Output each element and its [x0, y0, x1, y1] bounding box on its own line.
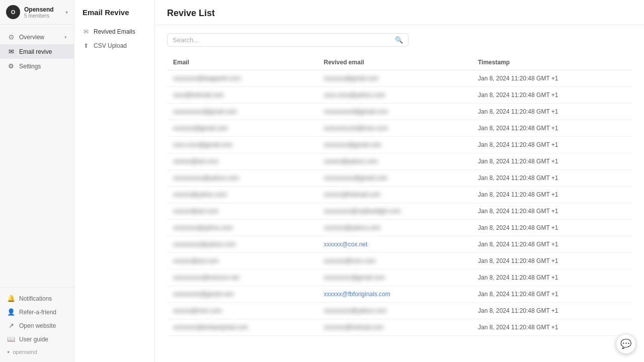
org-logo: O	[6, 5, 20, 19]
sidebar-item-notifications[interactable]: 🔔 Notifications	[0, 292, 74, 305]
cell-timestamp: Jan 8, 2024 11:20:48 GMT +1	[472, 170, 632, 187]
cell-email: xxxxxxxxx@gmail.com	[167, 286, 318, 303]
sidebar-nav: ⊙ Overview ▾ ✉ Email revive ⚙ Settings	[0, 25, 74, 287]
cell-timestamp: Jan 8, 2024 11:20:48 GMT +1	[472, 87, 632, 104]
sidebar-item-email-revive-label: Email revive	[19, 48, 52, 55]
sub-sidebar-title: Email Revive	[74, 8, 154, 25]
sidebar-item-overview[interactable]: ⊙ Overview ▾	[0, 30, 74, 44]
sidebar-item-refer[interactable]: 👤 Refer-a-friend	[0, 305, 74, 319]
cell-revived-email: xxxxxxxxx4@gmail.com	[318, 104, 472, 120]
sidebar-section-main: ⊙ Overview ▾ ✉ Email revive ⚙ Settings	[0, 29, 74, 74]
cell-timestamp: Jan 8, 2024 11:20:48 GMT +1	[472, 286, 632, 303]
cell-timestamp: Jan 8, 2024 11:20:48 GMT +1	[472, 104, 632, 120]
open-website-label: Open website	[19, 322, 56, 329]
chat-icon: 💬	[620, 338, 631, 349]
table-row: xxxxxx@aol.comxxxxxxx@msn.comJan 8, 2024…	[167, 253, 632, 269]
sub-sidebar-item-revived-emails[interactable]: ✉ Revived Emails	[74, 25, 154, 39]
search-input[interactable]	[173, 36, 395, 44]
sidebar-item-settings[interactable]: ⚙ Settings	[0, 59, 74, 73]
table-row: xxxxxxx@gmail.comxxxxxxxxx1k@msn.comJan …	[167, 120, 632, 137]
table-row: xxxx.xxxx@gmail.comxxxxxxxx@gmail.comJan…	[167, 137, 632, 153]
chat-button[interactable]: 💬	[616, 334, 636, 354]
cell-revived-email: xxxxxxxx1@gmail.com	[318, 269, 472, 286]
cell-email: xxxxxxxxxx@yahoo.com	[167, 170, 318, 187]
revived-emails-label: Revived Emails	[94, 28, 135, 35]
table-row: xxxxxxxxxx@verizon.netxxxxxxxx1@gmail.co…	[167, 269, 632, 286]
cell-timestamp: Jan 8, 2024 11:20:48 GMT +1	[472, 203, 632, 220]
main-header: Revive List	[155, 0, 644, 25]
col-revived-email: Revived email	[318, 55, 472, 70]
col-email: Email	[167, 55, 318, 70]
opensend-label: ● opensend	[0, 346, 74, 358]
sub-sidebar-item-csv-upload[interactable]: ⬆ CSV Upload	[74, 39, 154, 53]
notifications-label: Notifications	[19, 295, 52, 302]
cell-revived-email: xxxxxxx@hotmail.com	[318, 319, 472, 336]
cell-email: xxxxxxxxx@yahoo.com	[167, 236, 318, 253]
opensend-dot-icon: ●	[7, 349, 10, 354]
cell-timestamp: Jan 8, 2024 11:20:48 GMT +1	[472, 303, 632, 319]
cell-timestamp: Jan 8, 2024 11:20:48 GMT +1	[472, 187, 632, 203]
table-row: xxxxxx@yahoo.comxxxxxx@hotmail.comJan 8,…	[167, 187, 632, 203]
table-row: xxxxxx@msn.comxxxxxxxxx@yahoo.comJan 8, …	[167, 303, 632, 319]
cell-revived-email: xxxx.xxxx@yahoo.com	[318, 87, 472, 104]
cell-revived-email: xxxxxxxxxx@gmail.com	[318, 170, 472, 187]
table-row: xxxxxxxxxx@yahoo.comxxxxxxxxxx@gmail.com…	[167, 170, 632, 187]
cell-revived-email: xxxxxx@hotmail.com	[318, 187, 472, 203]
search-bar[interactable]: 🔍	[167, 33, 409, 47]
open-website-icon: ↗	[7, 322, 15, 329]
org-members: 5 members	[24, 13, 54, 19]
org-chevron-icon: ▾	[65, 10, 68, 15]
csv-upload-label: CSV Upload	[94, 42, 127, 49]
search-icon: 🔍	[395, 36, 403, 44]
cell-timestamp: Jan 8, 2024 11:20:48 GMT +1	[472, 319, 632, 336]
sidebar-item-user-guide[interactable]: 📖 User guide	[0, 332, 74, 346]
sidebar-item-email-revive[interactable]: ✉ Email revive	[0, 44, 74, 59]
sidebar-item-overview-label: Overview	[19, 34, 44, 41]
cell-email: xxxx@hotmail.com	[167, 87, 318, 104]
cell-timestamp: Jan 8, 2024 11:20:48 GMT +1	[472, 236, 632, 253]
table-row: xxxx@hotmail.comxxxx.xxxx@yahoo.comJan 8…	[167, 87, 632, 104]
cell-revived-email: xxxxxxx@gmail.com	[318, 70, 472, 87]
org-name: Opensend	[24, 6, 54, 13]
table-row: xxxxxxxx@embarqmail.comxxxxxxx@hotmail.c…	[167, 319, 632, 336]
cell-email: xxxxxxxxxx@gmail.com	[167, 104, 318, 120]
table-row: xxxxxxxxxx@gmail.comxxxxxxxxx4@gmail.com…	[167, 104, 632, 120]
cell-revived-email: xxxxxxxx@gmail.com	[318, 137, 472, 153]
cell-email: xxxxxxxx@yahoo.com	[167, 220, 318, 236]
email-revive-icon: ✉	[7, 48, 15, 55]
cell-timestamp: Jan 8, 2024 11:20:48 GMT +1	[472, 253, 632, 269]
table-row: xxxxxx@aol.comxxxxxx@yahoo.comJan 8, 202…	[167, 153, 632, 170]
refer-icon: 👤	[7, 308, 15, 316]
notifications-icon: 🔔	[7, 295, 15, 302]
table-row: xxxxxxxxx@gmail.comxxxxxx@fbforiginals.c…	[167, 286, 632, 303]
cell-revived-email: xxxxxx@yahoo.com	[318, 153, 472, 170]
sidebar-item-settings-label: Settings	[19, 63, 41, 70]
refer-label: Refer-a-friend	[19, 309, 56, 316]
cell-timestamp: Jan 8, 2024 11:20:48 GMT +1	[472, 120, 632, 137]
cell-timestamp: Jan 8, 2024 11:20:48 GMT +1	[472, 137, 632, 153]
cell-email: xxxxxxxxxx@verizon.net	[167, 269, 318, 286]
cell-revived-email: xxxxxx@fbforiginals.com	[318, 286, 472, 303]
cell-email: xxxxxx@aol.com	[167, 153, 318, 170]
cell-email: xxxxxx@aol.com	[167, 203, 318, 220]
sub-sidebar: Email Revive ✉ Revived Emails ⬆ CSV Uplo…	[74, 0, 155, 362]
cell-revived-email: xxxxxxxxx@yahoo.com	[318, 303, 472, 319]
cell-revived-email: xxxxxxx@yahoo.com	[318, 220, 472, 236]
cell-email: xxxxxx@yahoo.com	[167, 187, 318, 203]
sidebar: O Opensend 5 members ▾ ⊙ Overview ▾ ✉ Em…	[0, 0, 74, 362]
sidebar-header[interactable]: O Opensend 5 members ▾	[0, 0, 74, 25]
table-body: xxxxxxxx@leappoint.comxxxxxxx@gmail.comJ…	[167, 70, 632, 336]
cell-revived-email: xxxxxxxxx1k@msn.com	[318, 120, 472, 137]
main-content: Revive List 🔍 Email Revived email Timest…	[155, 0, 644, 362]
cell-timestamp: Jan 8, 2024 11:20:48 GMT +1	[472, 70, 632, 87]
table-row: xxxxxxxx@leappoint.comxxxxxxx@gmail.comJ…	[167, 70, 632, 87]
cell-revived-email: xxxxxx@cox.net	[318, 236, 472, 253]
cell-email: xxxxxxx@gmail.com	[167, 120, 318, 137]
sidebar-item-open-website[interactable]: ↗ Open website	[0, 319, 74, 332]
cell-timestamp: Jan 8, 2024 11:20:48 GMT +1	[472, 269, 632, 286]
table-row: xxxxxx@aol.comxxxxxxxxx@mybluelight.comJ…	[167, 203, 632, 220]
cell-timestamp: Jan 8, 2024 11:20:48 GMT +1	[472, 220, 632, 236]
overview-icon: ⊙	[7, 33, 15, 41]
table-header: Email Revived email Timestamp	[167, 55, 632, 70]
cell-email: xxxxxxxx@embarqmail.com	[167, 319, 318, 336]
